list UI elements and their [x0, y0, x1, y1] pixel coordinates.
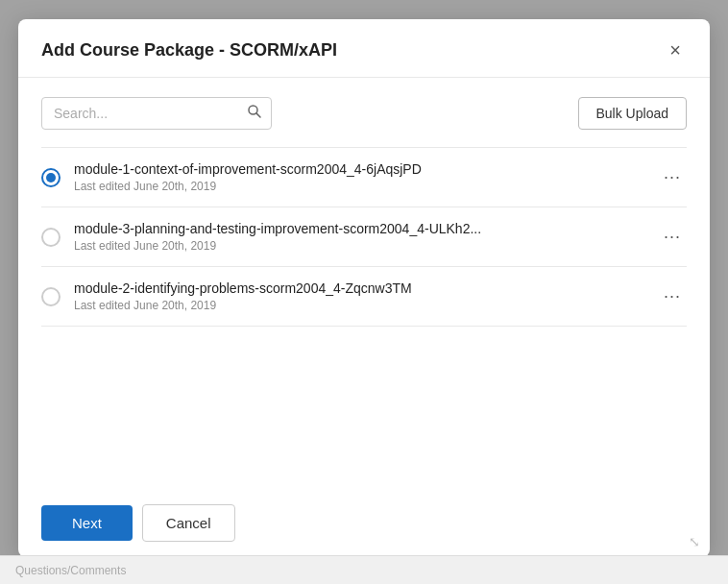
modal-backdrop: Add Course Package - SCORM/xAPI × Bulk U… [0, 0, 728, 584]
modal-dialog: Add Course Package - SCORM/xAPI × Bulk U… [18, 19, 710, 557]
item-list: module-1-context-of-improvement-scorm200… [41, 147, 687, 327]
item-name-2: module-3-planning-and-testing-improvemen… [74, 221, 658, 236]
modal-body: Bulk Upload module-1-context-of-improvem… [18, 78, 710, 489]
item-more-button-2[interactable]: ··· [658, 225, 687, 249]
item-info-3: module-2-identifying-problems-scorm2004_… [74, 280, 658, 312]
item-info-1: module-1-context-of-improvement-scorm200… [74, 161, 658, 193]
modal-footer: Next Cancel [18, 489, 710, 557]
modal-header: Add Course Package - SCORM/xAPI × [18, 19, 710, 78]
cancel-button[interactable]: Cancel [142, 504, 235, 542]
bottom-bar: Questions/Comments [0, 555, 728, 584]
search-wrapper [41, 97, 272, 130]
radio-button-1[interactable] [41, 168, 61, 187]
modal-title: Add Course Package - SCORM/xAPI [41, 40, 337, 61]
item-name-1: module-1-context-of-improvement-scorm200… [74, 161, 658, 177]
toolbar: Bulk Upload [41, 97, 687, 130]
close-button[interactable]: × [664, 38, 687, 61]
bulk-upload-button[interactable]: Bulk Upload [578, 97, 688, 130]
resize-handle-icon: ⤡ [689, 534, 700, 549]
item-more-button-1[interactable]: ··· [658, 165, 687, 189]
bottom-bar-label: Questions/Comments [15, 564, 126, 577]
item-name-3: module-2-identifying-problems-scorm2004_… [74, 280, 658, 296]
radio-button-2[interactable] [41, 228, 61, 247]
item-date-2: Last edited June 20th, 2019 [74, 239, 658, 253]
list-item: module-2-identifying-problems-scorm2004_… [41, 267, 687, 327]
item-more-button-3[interactable]: ··· [658, 284, 687, 308]
next-button[interactable]: Next [41, 505, 133, 541]
item-date-3: Last edited June 20th, 2019 [74, 299, 658, 312]
item-date-1: Last edited June 20th, 2019 [74, 180, 658, 193]
list-item: module-1-context-of-improvement-scorm200… [41, 148, 687, 207]
radio-button-3[interactable] [41, 287, 61, 306]
item-info-2: module-3-planning-and-testing-improvemen… [74, 221, 658, 253]
search-input[interactable] [41, 97, 272, 130]
list-item: module-3-planning-and-testing-improvemen… [41, 207, 687, 267]
